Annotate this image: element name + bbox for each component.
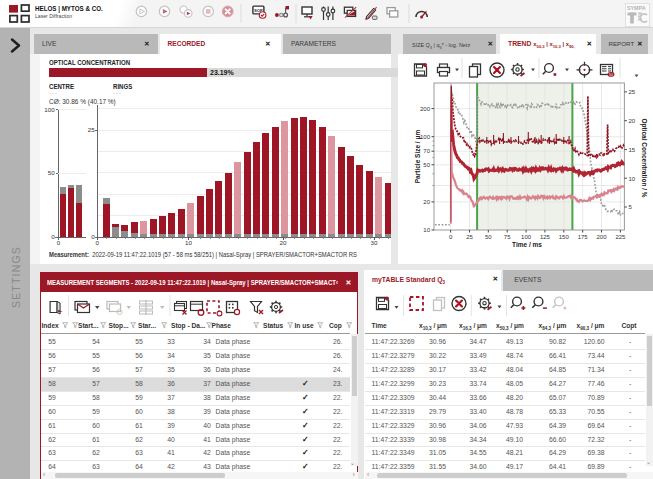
svg-text:0: 0 bbox=[51, 233, 55, 240]
svg-text:Optical Concentration / %: Optical Concentration / % bbox=[640, 118, 648, 197]
svg-text:100: 100 bbox=[44, 106, 55, 113]
svg-text:150: 150 bbox=[559, 234, 570, 240]
svg-text:50: 50 bbox=[485, 234, 492, 240]
svg-text:100: 100 bbox=[420, 134, 431, 140]
svg-text:50: 50 bbox=[48, 169, 55, 176]
svg-text:225: 225 bbox=[615, 234, 626, 240]
svg-text:25: 25 bbox=[628, 89, 635, 95]
svg-text:20: 20 bbox=[628, 118, 635, 124]
svg-text:0: 0 bbox=[96, 239, 100, 246]
svg-text:10: 10 bbox=[628, 176, 635, 182]
svg-text:100: 100 bbox=[521, 234, 532, 240]
svg-text:Time / ms: Time / ms bbox=[512, 241, 542, 248]
svg-text:70: 70 bbox=[423, 148, 430, 154]
svg-text:125: 125 bbox=[540, 234, 551, 240]
svg-text:15: 15 bbox=[628, 147, 635, 153]
svg-text:10: 10 bbox=[423, 227, 430, 233]
svg-text:20: 20 bbox=[423, 199, 430, 205]
svg-text:20: 20 bbox=[280, 239, 287, 246]
svg-text:50: 50 bbox=[609, 73, 613, 77]
svg-text:0: 0 bbox=[57, 239, 61, 246]
svg-text:0: 0 bbox=[449, 234, 453, 240]
svg-text:10: 10 bbox=[185, 239, 192, 246]
svg-text:5: 5 bbox=[628, 204, 632, 210]
svg-text:25: 25 bbox=[88, 126, 95, 133]
svg-text:50: 50 bbox=[423, 162, 430, 168]
svg-text:25: 25 bbox=[466, 234, 473, 240]
svg-text:200: 200 bbox=[596, 234, 607, 240]
svg-text:30: 30 bbox=[371, 239, 378, 246]
svg-text:200: 200 bbox=[420, 106, 431, 112]
svg-text:175: 175 bbox=[578, 234, 589, 240]
svg-text:75: 75 bbox=[504, 234, 511, 240]
svg-text:Particle Size / μm: Particle Size / μm bbox=[414, 130, 422, 184]
